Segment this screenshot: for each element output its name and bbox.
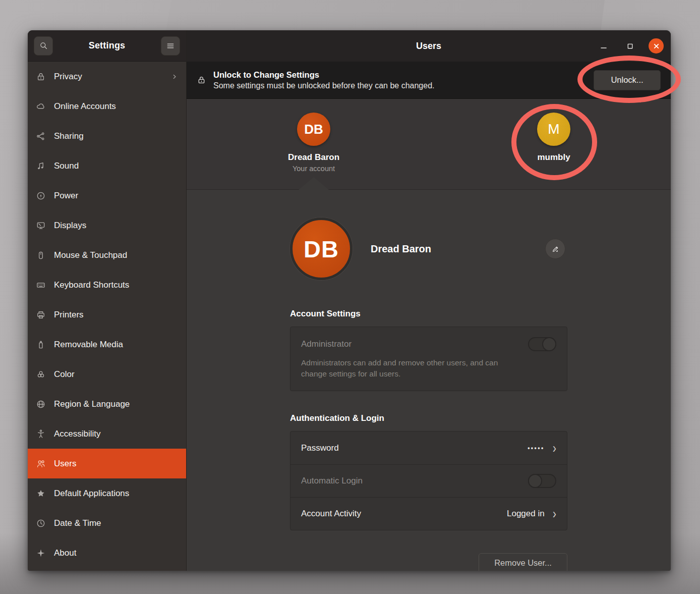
sidebar-header: Settings — [28, 30, 186, 62]
sidebar-item-label: Sharing — [54, 131, 178, 141]
sidebar-item-color[interactable]: Color — [28, 359, 186, 389]
user-subtitle: Your account — [293, 165, 335, 173]
chevron-right-icon — [171, 73, 178, 80]
auth-login-heading: Authentication & Login — [290, 413, 567, 423]
sidebar-item-label: Users — [54, 459, 178, 469]
avatar: DB — [297, 113, 330, 146]
sidebar-item-label: Online Accounts — [54, 101, 178, 112]
administrator-toggle[interactable] — [528, 337, 556, 351]
sidebar-item-region-language[interactable]: Region & Language — [28, 389, 186, 419]
sidebar-list: Privacy Online Accounts Sharing Sound Po… — [28, 62, 186, 571]
automatic-login-label: Automatic Login — [301, 476, 522, 486]
sidebar-item-accessibility[interactable]: Accessibility — [28, 419, 186, 449]
account-settings-card: Administrator Administrators can add and… — [290, 327, 567, 391]
account-activity-value: Logged in — [507, 509, 545, 519]
users-icon — [36, 459, 46, 469]
password-row[interactable]: Password ••••• › — [290, 431, 567, 464]
star-icon — [36, 489, 46, 499]
color-circles-icon — [36, 369, 46, 380]
administrator-label: Administrator — [301, 339, 528, 349]
automatic-login-row: Automatic Login — [290, 464, 567, 497]
sidebar-item-date-time[interactable]: Date & Time — [28, 508, 186, 538]
chevron-right-icon: › — [553, 441, 556, 455]
account-activity-row[interactable]: Account Activity Logged in › — [290, 497, 567, 530]
accessibility-icon — [36, 429, 46, 439]
remove-user-button[interactable]: Remove User... — [479, 553, 567, 571]
automatic-login-toggle[interactable] — [528, 474, 556, 488]
unlock-button[interactable]: Unlock... — [594, 70, 661, 90]
profile-avatar[interactable]: DB — [290, 218, 353, 280]
sidebar-item-label: Mouse & Touchpad — [54, 250, 178, 260]
sidebar-item-label: Removable Media — [54, 340, 178, 350]
sidebar-item-default-applications[interactable]: Default Applications — [28, 478, 186, 508]
user-name: mumbly — [537, 152, 570, 163]
sidebar-item-mouse-touchpad[interactable]: Mouse & Touchpad — [28, 240, 186, 270]
sidebar-item-label: Privacy — [54, 72, 163, 82]
auth-login-card: Password ••••• › Automatic Login Account… — [290, 431, 567, 530]
sidebar-item-privacy[interactable]: Privacy — [28, 62, 186, 91]
sidebar-item-online-accounts[interactable]: Online Accounts — [28, 91, 186, 121]
sidebar-item-sharing[interactable]: Sharing — [28, 121, 186, 151]
user-selector-strip: DB Dread Baron Your account M mumbly — [187, 99, 671, 190]
unlock-banner-subtitle: Some settings must be unlocked before th… — [213, 81, 587, 90]
printer-icon — [36, 310, 46, 320]
sidebar-item-displays[interactable]: Displays — [28, 210, 186, 240]
sidebar-item-label: Printers — [54, 310, 178, 320]
profile-row: DB Dread Baron — [290, 218, 567, 280]
sidebar-item-label: Default Applications — [54, 489, 178, 499]
power-icon — [36, 191, 46, 201]
close-icon — [653, 43, 660, 49]
sidebar-item-printers[interactable]: Printers — [28, 300, 186, 330]
globe-icon — [36, 399, 46, 409]
settings-window: Settings Privacy Online Accounts Sharing — [28, 30, 671, 571]
titlebar[interactable]: Users — [187, 30, 671, 62]
cloud-icon — [36, 101, 46, 112]
unlock-banner-text: Unlock to Change Settings Some settings … — [213, 70, 587, 90]
menu-button[interactable] — [161, 36, 180, 56]
hamburger-icon — [166, 41, 175, 50]
lock-icon — [197, 75, 206, 85]
sidebar-item-label: Color — [54, 369, 178, 380]
sidebar-title: Settings — [89, 40, 126, 51]
sidebar-item-label: Region & Language — [54, 399, 178, 409]
sidebar-item-keyboard-shortcuts[interactable]: Keyboard Shortcuts — [28, 270, 186, 300]
clock-icon — [36, 518, 46, 528]
sidebar-item-removable-media[interactable]: Removable Media — [28, 330, 186, 359]
sidebar-item-label: Keyboard Shortcuts — [54, 280, 178, 290]
account-settings-heading: Account Settings — [290, 309, 567, 319]
close-button[interactable] — [649, 38, 664, 53]
search-button[interactable] — [34, 36, 53, 56]
share-icon — [36, 131, 46, 141]
maximize-icon — [627, 43, 633, 49]
minimize-icon — [600, 42, 607, 49]
sidebar-item-label: About — [54, 548, 178, 558]
password-label: Password — [301, 443, 521, 453]
sidebar-item-power[interactable]: Power — [28, 181, 186, 210]
user-card-dread-baron[interactable]: DB Dread Baron Your account — [273, 113, 354, 173]
administrator-description: Administrators can add and remove other … — [301, 357, 518, 380]
unlock-banner-title: Unlock to Change Settings — [213, 70, 587, 80]
window-controls — [596, 38, 664, 53]
main-panel: Users Unlock to Change Settings Some set… — [187, 30, 671, 571]
sidebar-item-label: Displays — [54, 221, 178, 231]
sidebar: Settings Privacy Online Accounts Sharing — [28, 30, 187, 571]
sidebar-item-users[interactable]: Users — [28, 449, 186, 478]
administrator-row: Administrator Administrators can add and… — [290, 327, 567, 391]
music-note-icon — [36, 161, 46, 171]
sidebar-item-about[interactable]: About — [28, 538, 186, 568]
password-value: ••••• — [528, 445, 545, 452]
chevron-right-icon: › — [553, 507, 556, 521]
usb-icon — [36, 340, 46, 350]
display-icon — [36, 221, 46, 231]
pencil-icon — [551, 245, 560, 253]
sidebar-item-label: Sound — [54, 161, 178, 171]
user-card-mumbly[interactable]: M mumbly — [513, 113, 594, 163]
maximize-button[interactable] — [622, 38, 637, 53]
minimize-button[interactable] — [596, 38, 611, 53]
footer-row: Remove User... — [290, 553, 567, 571]
edit-name-button[interactable] — [545, 239, 565, 259]
sidebar-item-label: Power — [54, 191, 178, 201]
lock-icon — [36, 72, 46, 82]
sidebar-item-sound[interactable]: Sound — [28, 151, 186, 181]
sidebar-item-label: Accessibility — [54, 429, 178, 439]
